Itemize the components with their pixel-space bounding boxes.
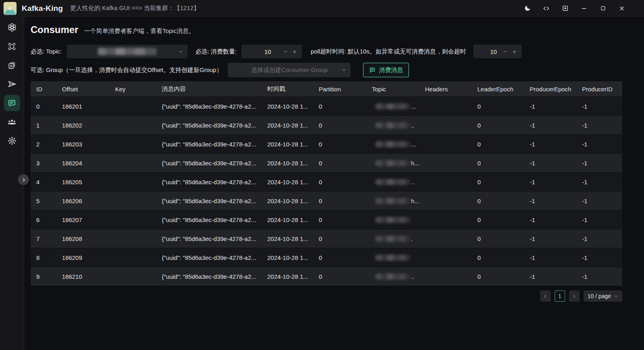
sidebar-item-cluster[interactable] [4,19,20,35]
sidebar-item-producer[interactable] [4,76,20,92]
table-row[interactable]: 0186201{"uuid": "85d6a3ec-d39e-4278-a2..… [31,97,622,115]
poll-plus-button[interactable]: + [512,48,516,55]
cell-partition: 0 [313,173,366,191]
redacted-topic [375,255,410,261]
cell-key [109,191,156,210]
current-page-button[interactable]: 1 [555,290,565,302]
sidebar-item-topics[interactable] [4,57,20,73]
column-header-key: Key [109,81,156,97]
cell-producer_epoch: -1 [524,173,576,191]
next-page-button[interactable] [569,290,580,302]
poll-timeout-input[interactable]: 10 − + [473,45,522,58]
cell-offset: 186210 [56,267,109,286]
cell-timestamp: 2024-10-28 1... [262,267,313,286]
count-label: 必选: 消费数量: [196,48,237,56]
cell-producer_epoch: -1 [524,229,576,248]
cell-message: {"uuid": "85d6a3ec-d39e-4278-a2... [156,173,262,191]
cell-headers [419,135,472,153]
page-size-select[interactable]: 10 / page [584,290,622,302]
count-minus-button[interactable]: − [283,48,287,55]
chevron-right-icon [572,294,576,299]
sidebar-item-groups[interactable] [4,114,20,130]
cell-leader_epoch: 0 [472,135,524,153]
app-name: Kafka-King [22,4,63,13]
settings-gear-icon [7,136,17,146]
sidebar-expand-button[interactable] [18,174,29,185]
cell-leader_epoch: 0 [472,191,524,210]
cell-producer_id: -1 [576,173,622,191]
import-button[interactable] [561,5,569,12]
table-row[interactable]: 6186207{"uuid": "85d6a3ec-d39e-4278-a2..… [31,210,622,229]
cell-id: 6 [31,210,56,229]
cell-offset: 186203 [56,135,109,153]
cell-key [109,210,156,229]
redacted-topic [375,160,410,166]
minimize-button[interactable] [580,5,588,12]
cell-id: 3 [31,154,56,172]
consume-count-value: 10 [242,48,283,55]
column-header-timestamp: 时间戳 [262,81,313,97]
consume-count-input[interactable]: 10 − + [242,45,302,58]
cell-timestamp: 2024-10-28 1... [262,135,313,153]
poll-minus-button[interactable]: − [503,48,507,55]
cell-partition: 0 [313,248,366,267]
consumer-groups-icon [7,117,17,127]
prev-page-button[interactable] [540,290,551,302]
cell-offset: 186208 [56,229,109,248]
consume-messages-label: 消费消息 [379,66,403,74]
dark-mode-button[interactable] [524,5,531,12]
table-row[interactable]: 8186209{"uuid": "85d6a3ec-d39e-4278-a2..… [31,248,622,267]
cell-offset: 186204 [56,154,109,172]
cell-producer_id: -1 [576,267,622,286]
column-header-producer_epoch: ProducerEpoch [524,81,576,97]
cell-headers [419,248,472,267]
close-button[interactable] [618,5,625,12]
group-label: 可选: Group（一旦选择，消费时会自动提交Offset。支持创建新Group… [31,66,222,74]
chevron-left-icon [543,294,547,299]
maximize-button[interactable] [599,5,607,12]
cell-id: 8 [31,248,56,267]
topic-select[interactable] [67,45,188,58]
table-row[interactable]: 9186210{"uuid": "85d6a3ec-d39e-4278-a2..… [31,267,622,286]
redacted-topic [375,103,410,109]
table-row[interactable]: 7186208{"uuid": "85d6a3ec-d39e-4278-a2..… [31,229,622,248]
sidebar-item-settings[interactable] [4,133,20,149]
table-row[interactable]: 5186206{"uuid": "85d6a3ec-d39e-4278-a2..… [31,191,622,210]
poll-timeout-value: 10 [473,48,503,55]
cell-key [109,248,156,267]
cell-topic: h... [366,191,419,210]
table-row[interactable]: 4186205{"uuid": "85d6a3ec-d39e-4278-a2..… [31,173,622,191]
count-plus-button[interactable]: + [293,48,297,55]
table-row[interactable]: 2186203{"uuid": "85d6a3ec-d39e-4278-a2..… [31,135,622,153]
cell-message: {"uuid": "85d6a3ec-d39e-4278-a2... [156,267,262,286]
cell-partition: 0 [313,154,366,172]
pagination: 1 10 / page [31,290,622,302]
table-row[interactable]: 1186202{"uuid": "85d6a3ec-d39e-4278-a2..… [31,116,622,134]
consume-messages-button[interactable]: 消费消息 [363,63,409,77]
cell-key [109,97,156,115]
page-size-label: 10 / page [588,293,611,299]
group-select[interactable]: 选择或创建Consumer Group [228,63,351,77]
cell-producer_epoch: -1 [524,154,576,172]
code-button[interactable] [543,5,550,12]
topic-label: 必选: Topic: [31,48,62,56]
table-row[interactable]: 3186204{"uuid": "85d6a3ec-d39e-4278-a2..… [31,154,622,172]
cell-headers [419,116,472,134]
cell-producer_epoch: -1 [524,135,576,153]
chevron-down-icon [178,49,184,54]
cell-id: 0 [31,97,56,115]
redacted-topic [375,217,410,223]
cell-timestamp: 2024-10-28 1... [262,154,313,172]
cell-partition: 0 [313,267,366,286]
cell-offset: 186209 [56,248,109,267]
cell-timestamp: 2024-10-28 1... [262,248,313,267]
sidebar-item-monitor[interactable] [4,38,20,54]
column-header-leader_epoch: LeaderEpoch [472,81,524,97]
cell-message: {"uuid": "85d6a3ec-d39e-4278-a2... [156,97,262,115]
sidebar-item-consumer[interactable] [4,95,20,111]
cell-leader_epoch: 0 [472,97,524,115]
column-header-producer_id: ProducerID [576,81,622,97]
cell-topic: h... [366,154,419,172]
page-header: Consumer 一个简单消费者客户端，查看Topic消息。 [31,24,622,35]
cell-producer_id: -1 [576,229,622,248]
